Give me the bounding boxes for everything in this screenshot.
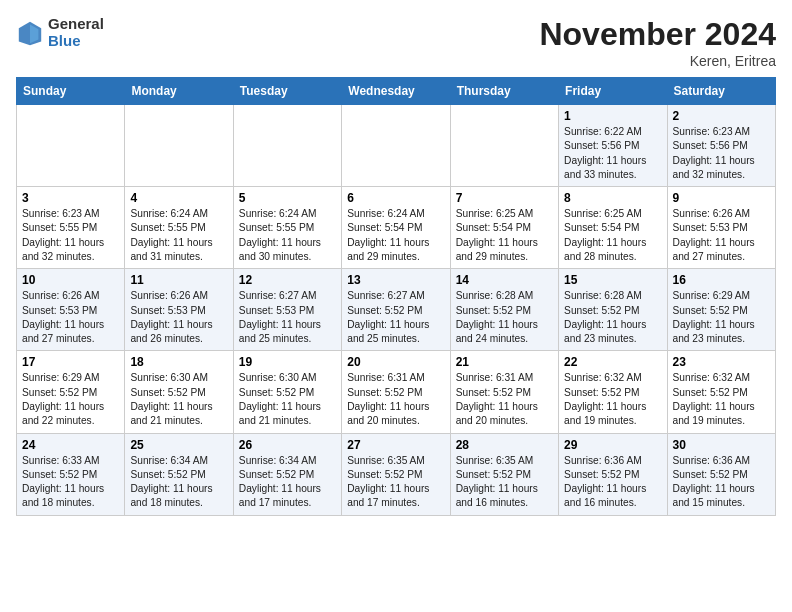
day-detail: Sunrise: 6:26 AMSunset: 5:53 PMDaylight:… <box>673 207 770 264</box>
calendar-cell: 16Sunrise: 6:29 AMSunset: 5:52 PMDayligh… <box>667 269 775 351</box>
day-detail: Sunrise: 6:27 AMSunset: 5:53 PMDaylight:… <box>239 289 336 346</box>
calendar-cell: 2Sunrise: 6:23 AMSunset: 5:56 PMDaylight… <box>667 105 775 187</box>
day-number: 9 <box>673 191 770 205</box>
weekday-header-tuesday: Tuesday <box>233 78 341 105</box>
weekday-header-sunday: Sunday <box>17 78 125 105</box>
calendar-cell: 20Sunrise: 6:31 AMSunset: 5:52 PMDayligh… <box>342 351 450 433</box>
day-detail: Sunrise: 6:22 AMSunset: 5:56 PMDaylight:… <box>564 125 661 182</box>
title-block: November 2024 Keren, Eritrea <box>539 16 776 69</box>
day-number: 18 <box>130 355 227 369</box>
calendar-cell: 22Sunrise: 6:32 AMSunset: 5:52 PMDayligh… <box>559 351 667 433</box>
day-number: 22 <box>564 355 661 369</box>
location: Keren, Eritrea <box>539 53 776 69</box>
day-number: 7 <box>456 191 553 205</box>
day-number: 26 <box>239 438 336 452</box>
day-detail: Sunrise: 6:35 AMSunset: 5:52 PMDaylight:… <box>347 454 444 511</box>
calendar-header: SundayMondayTuesdayWednesdayThursdayFrid… <box>17 78 776 105</box>
calendar-cell: 17Sunrise: 6:29 AMSunset: 5:52 PMDayligh… <box>17 351 125 433</box>
calendar-cell: 29Sunrise: 6:36 AMSunset: 5:52 PMDayligh… <box>559 433 667 515</box>
day-detail: Sunrise: 6:30 AMSunset: 5:52 PMDaylight:… <box>130 371 227 428</box>
logo: General Blue <box>16 16 104 49</box>
weekday-header-thursday: Thursday <box>450 78 558 105</box>
day-detail: Sunrise: 6:28 AMSunset: 5:52 PMDaylight:… <box>564 289 661 346</box>
day-number: 30 <box>673 438 770 452</box>
day-number: 24 <box>22 438 119 452</box>
calendar-cell: 4Sunrise: 6:24 AMSunset: 5:55 PMDaylight… <box>125 187 233 269</box>
day-number: 2 <box>673 109 770 123</box>
day-number: 27 <box>347 438 444 452</box>
day-detail: Sunrise: 6:25 AMSunset: 5:54 PMDaylight:… <box>564 207 661 264</box>
calendar-cell: 24Sunrise: 6:33 AMSunset: 5:52 PMDayligh… <box>17 433 125 515</box>
day-number: 10 <box>22 273 119 287</box>
calendar-cell <box>125 105 233 187</box>
day-number: 11 <box>130 273 227 287</box>
day-detail: Sunrise: 6:34 AMSunset: 5:52 PMDaylight:… <box>239 454 336 511</box>
day-number: 20 <box>347 355 444 369</box>
day-number: 17 <box>22 355 119 369</box>
logo-icon <box>16 19 44 47</box>
day-number: 28 <box>456 438 553 452</box>
calendar-cell: 6Sunrise: 6:24 AMSunset: 5:54 PMDaylight… <box>342 187 450 269</box>
day-detail: Sunrise: 6:36 AMSunset: 5:52 PMDaylight:… <box>564 454 661 511</box>
calendar-cell <box>233 105 341 187</box>
calendar-body: 1Sunrise: 6:22 AMSunset: 5:56 PMDaylight… <box>17 105 776 516</box>
calendar-cell <box>17 105 125 187</box>
day-detail: Sunrise: 6:35 AMSunset: 5:52 PMDaylight:… <box>456 454 553 511</box>
day-number: 8 <box>564 191 661 205</box>
day-detail: Sunrise: 6:28 AMSunset: 5:52 PMDaylight:… <box>456 289 553 346</box>
day-number: 29 <box>564 438 661 452</box>
calendar-cell: 12Sunrise: 6:27 AMSunset: 5:53 PMDayligh… <box>233 269 341 351</box>
day-detail: Sunrise: 6:24 AMSunset: 5:55 PMDaylight:… <box>239 207 336 264</box>
day-number: 19 <box>239 355 336 369</box>
logo-blue: Blue <box>48 33 104 50</box>
calendar-cell: 9Sunrise: 6:26 AMSunset: 5:53 PMDaylight… <box>667 187 775 269</box>
day-detail: Sunrise: 6:23 AMSunset: 5:56 PMDaylight:… <box>673 125 770 182</box>
day-detail: Sunrise: 6:31 AMSunset: 5:52 PMDaylight:… <box>456 371 553 428</box>
day-number: 12 <box>239 273 336 287</box>
logo-general: General <box>48 16 104 33</box>
day-number: 23 <box>673 355 770 369</box>
day-detail: Sunrise: 6:32 AMSunset: 5:52 PMDaylight:… <box>564 371 661 428</box>
calendar-cell: 30Sunrise: 6:36 AMSunset: 5:52 PMDayligh… <box>667 433 775 515</box>
calendar-cell: 26Sunrise: 6:34 AMSunset: 5:52 PMDayligh… <box>233 433 341 515</box>
day-detail: Sunrise: 6:24 AMSunset: 5:55 PMDaylight:… <box>130 207 227 264</box>
weekday-header-friday: Friday <box>559 78 667 105</box>
day-detail: Sunrise: 6:26 AMSunset: 5:53 PMDaylight:… <box>22 289 119 346</box>
calendar-cell: 28Sunrise: 6:35 AMSunset: 5:52 PMDayligh… <box>450 433 558 515</box>
day-detail: Sunrise: 6:31 AMSunset: 5:52 PMDaylight:… <box>347 371 444 428</box>
calendar-table: SundayMondayTuesdayWednesdayThursdayFrid… <box>16 77 776 516</box>
calendar-cell: 14Sunrise: 6:28 AMSunset: 5:52 PMDayligh… <box>450 269 558 351</box>
week-row-3: 17Sunrise: 6:29 AMSunset: 5:52 PMDayligh… <box>17 351 776 433</box>
calendar-cell: 21Sunrise: 6:31 AMSunset: 5:52 PMDayligh… <box>450 351 558 433</box>
calendar-cell: 5Sunrise: 6:24 AMSunset: 5:55 PMDaylight… <box>233 187 341 269</box>
calendar-cell: 15Sunrise: 6:28 AMSunset: 5:52 PMDayligh… <box>559 269 667 351</box>
day-detail: Sunrise: 6:23 AMSunset: 5:55 PMDaylight:… <box>22 207 119 264</box>
calendar-cell: 19Sunrise: 6:30 AMSunset: 5:52 PMDayligh… <box>233 351 341 433</box>
day-number: 21 <box>456 355 553 369</box>
month-title: November 2024 <box>539 16 776 53</box>
day-detail: Sunrise: 6:29 AMSunset: 5:52 PMDaylight:… <box>22 371 119 428</box>
logo-text: General Blue <box>48 16 104 49</box>
day-detail: Sunrise: 6:25 AMSunset: 5:54 PMDaylight:… <box>456 207 553 264</box>
calendar-cell: 8Sunrise: 6:25 AMSunset: 5:54 PMDaylight… <box>559 187 667 269</box>
day-number: 3 <box>22 191 119 205</box>
weekday-header-saturday: Saturday <box>667 78 775 105</box>
calendar-cell <box>342 105 450 187</box>
day-number: 4 <box>130 191 227 205</box>
day-detail: Sunrise: 6:24 AMSunset: 5:54 PMDaylight:… <box>347 207 444 264</box>
week-row-4: 24Sunrise: 6:33 AMSunset: 5:52 PMDayligh… <box>17 433 776 515</box>
day-number: 1 <box>564 109 661 123</box>
calendar-cell: 3Sunrise: 6:23 AMSunset: 5:55 PMDaylight… <box>17 187 125 269</box>
week-row-0: 1Sunrise: 6:22 AMSunset: 5:56 PMDaylight… <box>17 105 776 187</box>
page-header: General Blue November 2024 Keren, Eritre… <box>16 16 776 69</box>
calendar-cell: 11Sunrise: 6:26 AMSunset: 5:53 PMDayligh… <box>125 269 233 351</box>
day-number: 14 <box>456 273 553 287</box>
day-number: 13 <box>347 273 444 287</box>
day-number: 5 <box>239 191 336 205</box>
calendar-cell: 7Sunrise: 6:25 AMSunset: 5:54 PMDaylight… <box>450 187 558 269</box>
day-number: 6 <box>347 191 444 205</box>
day-detail: Sunrise: 6:34 AMSunset: 5:52 PMDaylight:… <box>130 454 227 511</box>
day-number: 15 <box>564 273 661 287</box>
weekday-header-wednesday: Wednesday <box>342 78 450 105</box>
weekday-header-monday: Monday <box>125 78 233 105</box>
